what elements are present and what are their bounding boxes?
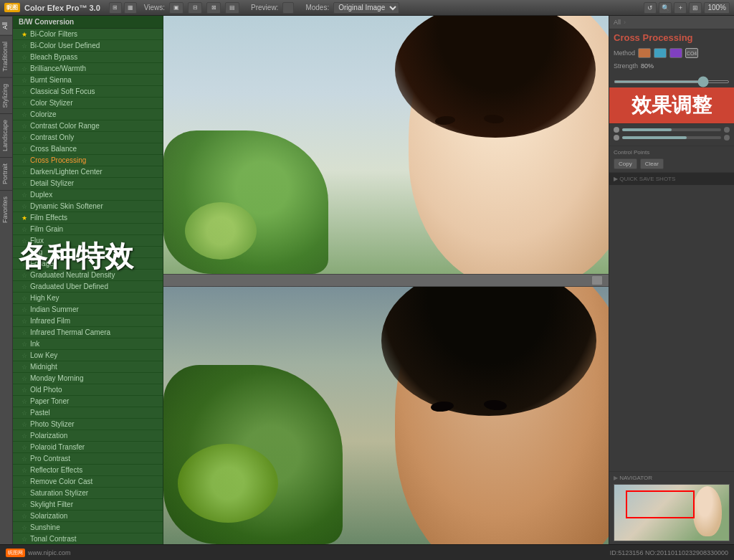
filter-item-film-grain[interactable]: ☆Film Grain xyxy=(13,224,163,235)
slider-toggle-1[interactable] xyxy=(614,127,619,133)
star-icon-pro-contrast: ☆ xyxy=(22,455,27,462)
modes-select[interactable]: Original Image xyxy=(333,2,399,14)
tab-stylizing[interactable]: Stylizing xyxy=(0,77,12,114)
method-thumb-1[interactable] xyxy=(638,48,651,58)
filter-item-skylight-filter[interactable]: ☆Skylight Filter xyxy=(13,499,163,511)
filter-item-color-stylizer[interactable]: ☆Color Stylizer xyxy=(13,98,163,109)
filter-item-graduated-user-defined[interactable]: ☆Graduated Uber Defined xyxy=(13,281,163,293)
star-icon-solarization: ☆ xyxy=(22,513,27,520)
filter-label-polaroid-transfer: Polaroid Transfer xyxy=(30,443,85,451)
filter-item-cross-processing[interactable]: ☆Cross Processing xyxy=(13,155,163,166)
filter-item-bi-color-filters[interactable]: ★Bi-Color Filters xyxy=(13,29,163,40)
method-thumb-3[interactable] xyxy=(669,48,682,58)
filter-item-tonal-contrast[interactable]: ☆Tonal Contrast xyxy=(13,533,163,544)
filter-item-ink[interactable]: ☆Ink xyxy=(13,338,163,350)
filter-item-infrared-film[interactable]: ☆Infrared Film xyxy=(13,315,163,327)
navigator-indicator xyxy=(626,490,695,518)
view-btn-1[interactable]: ▣ xyxy=(169,2,184,14)
id-info: ID:5123156 NO:20110110232908330000 xyxy=(610,549,728,556)
preview-btn[interactable] xyxy=(282,2,294,14)
filter-item-flux[interactable]: ☆Flux xyxy=(13,235,163,247)
star-icon-infrared-thermal-camera: ☆ xyxy=(22,329,27,336)
filter-item-bi-color-user-defined[interactable]: ☆Bi-Color User Defined xyxy=(13,40,163,52)
filter-label-contrast-color-range: Contrast Color Range xyxy=(30,122,100,130)
toolbar-icon-1[interactable]: ⊞ xyxy=(109,2,122,14)
filter-item-high-key[interactable]: ☆High Key xyxy=(13,293,163,304)
filter-item-burnt-sienna[interactable]: ☆Burnt Sienna xyxy=(13,75,163,86)
star-icon-bi-color-filters: ★ xyxy=(22,31,27,38)
tab-favorites[interactable]: Favorites xyxy=(0,190,12,229)
filter-item-pastel[interactable]: ☆Pastel xyxy=(13,407,163,419)
reset-icon[interactable]: ↺ xyxy=(644,2,657,14)
navigator-thumbnail xyxy=(614,484,730,541)
center-area xyxy=(163,16,609,544)
filter-item-fog[interactable]: ☆Fog xyxy=(13,247,163,258)
filter-item-dynamic-skin-softener[interactable]: ☆Dynamic Skin Softener xyxy=(13,201,163,212)
slider-toggle-2[interactable] xyxy=(614,135,619,141)
view-btn-4[interactable]: ▤ xyxy=(225,2,239,14)
filter-item-bleach-bypass[interactable]: ☆Bleach Bypass xyxy=(13,52,163,63)
filter-item-colorize[interactable]: ☆Colorize xyxy=(13,109,163,120)
filter-label-reflector-effects: Reflector Effects xyxy=(30,466,82,474)
filter-item-brilliance-warmth[interactable]: ☆Brilliance/Warmth xyxy=(13,63,163,75)
filter-item-infrared-thermal-camera[interactable]: ☆Infrared Thermal Camera xyxy=(13,327,163,338)
filter-item-detail-stylizer[interactable]: ☆Detail Stylizer xyxy=(13,178,163,189)
strength-slider[interactable] xyxy=(614,80,730,83)
star-icon-sunshine: ☆ xyxy=(22,524,27,531)
filter-item-photo-stylizer[interactable]: ☆Photo Stylizer xyxy=(13,419,163,430)
method-thumb-2[interactable] xyxy=(654,48,667,58)
view-btn-2[interactable]: ⊟ xyxy=(188,2,202,14)
filter-item-reflector-effects[interactable]: ☆Reflector Effects xyxy=(13,465,163,476)
navigator-title: ▶ NAVIGATOR xyxy=(614,475,730,481)
filter-item-cross-balance[interactable]: ☆Cross Balance xyxy=(13,143,163,155)
filter-item-classical-soft-focus[interactable]: ☆Classical Soft Focus xyxy=(13,86,163,98)
mini-slider-2[interactable] xyxy=(622,136,721,139)
star-icon-old-photo: ☆ xyxy=(22,386,27,394)
filter-item-graduated-neutral-density[interactable]: ☆Graduated Neutral Density xyxy=(13,270,163,281)
fit-icon[interactable]: ⊞ xyxy=(689,2,702,14)
filter-item-darken-lighten-center[interactable]: ☆Darken/Lighten Center xyxy=(13,166,163,178)
filter-item-remove-color-cast[interactable]: ☆Remove Color Cast xyxy=(13,476,163,488)
view-btn-3[interactable]: ⊠ xyxy=(206,2,221,14)
filter-item-duplex[interactable]: ☆Duplex xyxy=(13,189,163,201)
divider-collapse-icon[interactable] xyxy=(591,275,603,285)
control-points-buttons: Copy Clear xyxy=(614,158,730,169)
clear-button[interactable]: Clear xyxy=(640,158,664,169)
filter-label-skylight-filter: Skylight Filter xyxy=(30,500,73,508)
filter-item-low-key[interactable]: ☆Low Key xyxy=(13,350,163,361)
tab-traditional[interactable]: Traditional xyxy=(0,35,12,77)
all-label: All xyxy=(614,19,621,26)
copy-button[interactable]: Copy xyxy=(614,158,637,169)
filter-item-pro-contrast[interactable]: ☆Pro Contrast xyxy=(13,453,163,465)
filter-item-old-photo[interactable]: ☆Old Photo xyxy=(13,384,163,396)
zoom-out-icon[interactable]: 🔍 xyxy=(659,2,672,14)
method-thumb-co4[interactable]: CO4 xyxy=(685,48,698,58)
filter-item-paper-toner[interactable]: ☆Paper Toner xyxy=(13,396,163,407)
tab-portrait[interactable]: Portrait xyxy=(0,157,12,190)
filter-item-indian-summer[interactable]: ☆Indian Summer xyxy=(13,304,163,315)
filter-item-polarization[interactable]: ☆Polarization xyxy=(13,430,163,442)
filter-item-saturation-stylizer[interactable]: ☆Saturation Stylizer xyxy=(13,488,163,499)
filter-item-polaroid-transfer[interactable]: ☆Polaroid Transfer xyxy=(13,442,163,453)
filter-item-sunshine[interactable]: ☆Sunshine xyxy=(13,522,163,533)
filter-item-foliage[interactable]: ☆Foliage xyxy=(13,258,163,270)
filter-label-sunshine: Sunshine xyxy=(30,523,60,531)
zoom-in-icon[interactable]: + xyxy=(674,2,687,14)
toolbar-icons: ⊞ ▦ xyxy=(109,2,137,14)
preview-label: Preview: xyxy=(251,4,278,11)
tab-all[interactable]: All xyxy=(0,16,12,35)
filter-item-contrast-color-range[interactable]: ☆Contrast Color Range xyxy=(13,120,163,132)
star-icon-contrast-only: ☆ xyxy=(22,134,27,141)
filter-item-midnight[interactable]: ☆Midnight xyxy=(13,361,163,373)
toolbar-icon-2[interactable]: ▦ xyxy=(124,2,137,14)
filter-item-monday-morning[interactable]: ☆Monday Morning xyxy=(13,373,163,384)
filter-item-film-effects[interactable]: ★Film Effects xyxy=(13,212,163,224)
top-bar: 昵图 Color Efex Pro™ 3.0 ⊞ ▦ Views: ▣ ⊟ ⊠ … xyxy=(0,0,734,16)
filter-item-solarization[interactable]: ☆Solarization xyxy=(13,511,163,522)
tab-landscape[interactable]: Landscape xyxy=(0,113,12,157)
mini-slider-1[interactable] xyxy=(622,128,721,131)
image-bottom xyxy=(163,287,609,545)
filter-item-contrast-only[interactable]: ☆Contrast Only xyxy=(13,132,163,143)
filter-label-pastel: Pastel xyxy=(30,409,50,417)
filter-panel: B/W Conversion ★Bi-Color Filters☆Bi-Colo… xyxy=(13,16,163,544)
